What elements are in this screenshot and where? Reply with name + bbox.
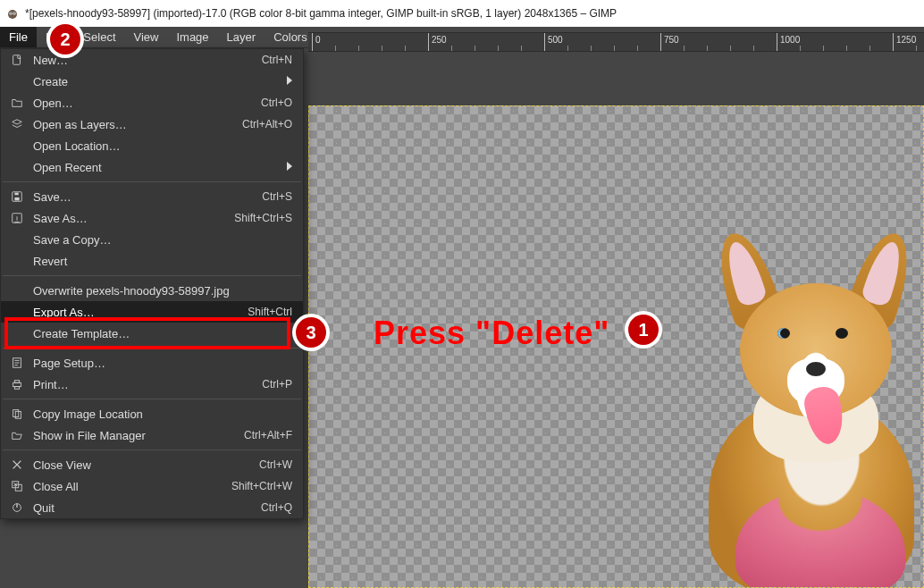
close-all-icon (10, 479, 24, 493)
ruler-minor-tick (382, 46, 382, 52)
ruler-major-mark: 1000 (777, 33, 777, 51)
svg-point-0 (8, 10, 17, 19)
menuitem-revert[interactable]: Revert (1, 250, 303, 272)
svg-rect-13 (14, 387, 19, 390)
menuitem-show-in-file-manager[interactable]: Show in File ManagerCtrl+Alt+F (1, 424, 303, 446)
menuitem-shortcut: Ctrl+Alt+F (244, 429, 292, 441)
svg-rect-8 (14, 193, 18, 196)
blank-icon (10, 160, 24, 174)
svg-point-2 (10, 13, 11, 13)
menuitem-shortcut: Shift+Ctrl+S (234, 212, 292, 224)
ruler-major-label: 250 (432, 35, 447, 45)
svg-rect-5 (13, 55, 21, 65)
menuitem-label: Close All (33, 480, 223, 493)
menuitem-shortcut: Shift+Ctrl+W (231, 480, 292, 492)
ruler-minor-tick (475, 46, 475, 52)
doc-new-icon (10, 53, 24, 67)
menuitem-save-as[interactable]: Save As…Shift+Ctrl+S (1, 207, 303, 229)
menuitem-label: Quit (33, 501, 252, 515)
ruler-minor-tick (869, 46, 870, 52)
menuitem-shortcut: Ctrl+P (262, 378, 292, 391)
menu-separator (3, 449, 301, 450)
menuitem-open[interactable]: Open…Ctrl+O (1, 92, 303, 113)
menuitem-label: Close View (33, 458, 250, 472)
menu-select[interactable]: Select (74, 27, 124, 47)
quit-icon (10, 500, 24, 515)
menu-separator (3, 399, 301, 399)
menuitem-page-setup[interactable]: Page Setup… (1, 352, 303, 374)
menuitem-close-all[interactable]: Close AllShift+Ctrl+W (1, 475, 303, 497)
annotation-badge-3: 3 (296, 317, 326, 348)
ruler-major-label: 0 (315, 35, 321, 45)
ruler-major-mark: 0 (312, 33, 313, 51)
ruler-minor-tick (730, 46, 731, 52)
ruler-major-mark: 250 (428, 33, 429, 51)
menu-separator (3, 275, 301, 276)
folder-open-icon (10, 428, 24, 442)
chevron-right-icon (287, 75, 292, 88)
menuitem-copy-image-location[interactable]: Copy Image Location (1, 403, 303, 424)
menuitem-create[interactable]: Create (1, 71, 303, 92)
menuitem-label: Copy Image Location (33, 407, 283, 421)
save-as-icon (10, 211, 24, 225)
menuitem-print[interactable]: Print…Ctrl+P (1, 374, 303, 395)
ruler-major-label: 1250 (896, 35, 916, 45)
folder-icon (10, 96, 24, 110)
annotation-highlight-export-as (4, 317, 290, 349)
menuitem-close-view[interactable]: Close ViewCtrl+W (1, 454, 303, 475)
ruler-major-mark: 750 (660, 33, 661, 51)
ruler-major-mark: 500 (544, 33, 545, 51)
ruler-minor-tick (451, 46, 452, 52)
ruler-major-label: 750 (664, 35, 679, 45)
ruler-minor-tick (707, 46, 708, 52)
copy-icon (10, 407, 24, 421)
menuitem-new[interactable]: New…Ctrl+N (1, 49, 303, 71)
window-titlebar: *[pexels-hnoody93-58997] (imported)-17.0… (0, 0, 924, 27)
ruler-minor-tick (637, 46, 638, 52)
ruler-minor-tick (567, 46, 568, 52)
menuitem-save[interactable]: Save…Ctrl+S (1, 186, 303, 207)
menuitem-open-as-layers[interactable]: Open as Layers…Ctrl+Alt+O (1, 113, 303, 135)
menuitem-open-recent[interactable]: Open Recent (1, 156, 303, 178)
menu-layer[interactable]: Layer (218, 27, 265, 47)
menu-view[interactable]: View (125, 27, 168, 47)
svg-rect-7 (14, 197, 19, 201)
menuitem-quit[interactable]: QuitCtrl+Q (1, 497, 303, 518)
menuitem-shortcut: Ctrl+W (259, 458, 292, 471)
menuitem-label: Overwrite pexels-hnoody93-58997.jpg (33, 284, 283, 298)
menuitem-label: Open… (33, 97, 252, 110)
annotation-badge-2: 2 (50, 24, 80, 55)
menuitem-label: Show in File Manager (33, 429, 235, 442)
ruler-minor-tick (521, 46, 522, 52)
blank-icon (10, 232, 24, 247)
page-setup-icon (10, 356, 24, 370)
ruler-minor-tick (358, 46, 359, 52)
ruler-minor-tick (335, 46, 336, 52)
window-title-text: *[pexels-hnoody93-58997] (imported)-17.0… (25, 7, 617, 20)
menuitem-open-location[interactable]: Open Location… (1, 135, 303, 156)
ruler-minor-tick (684, 46, 685, 52)
ruler-minor-tick (591, 46, 592, 52)
chevron-right-icon (287, 161, 292, 173)
ruler-minor-tick (823, 46, 824, 52)
menuitem-shortcut: Shift+Ctrl (248, 306, 292, 318)
menuitem-label: New… (33, 54, 253, 67)
ruler-major-mark: 1250 (893, 33, 894, 51)
svg-rect-11 (13, 382, 21, 386)
menuitem-overwrite-pexels-hnoody93-58997-jpg[interactable]: Overwrite pexels-hnoody93-58997.jpg (1, 280, 303, 301)
annotation-press-delete: Press "Delete" (374, 315, 609, 352)
blank-icon (10, 254, 24, 268)
ruler-minor-tick (916, 46, 917, 52)
file-menu-dropdown: New…Ctrl+NCreateOpen…Ctrl+OOpen as Layer… (0, 48, 304, 519)
ruler-horizontal: 025050075010001250 (308, 32, 924, 52)
ruler-major-label: 1000 (780, 35, 800, 45)
menuitem-label: Revert (33, 255, 283, 268)
ruler-minor-tick (846, 46, 847, 52)
blank-icon (10, 74, 24, 88)
menuitem-save-a-copy[interactable]: Save a Copy… (1, 229, 303, 250)
menuitem-label: Print… (33, 378, 253, 391)
annotation-badge-1: 1 (628, 315, 659, 345)
ruler-minor-tick (614, 46, 615, 52)
menu-image[interactable]: Image (167, 27, 217, 47)
menu-file[interactable]: File (0, 27, 37, 47)
